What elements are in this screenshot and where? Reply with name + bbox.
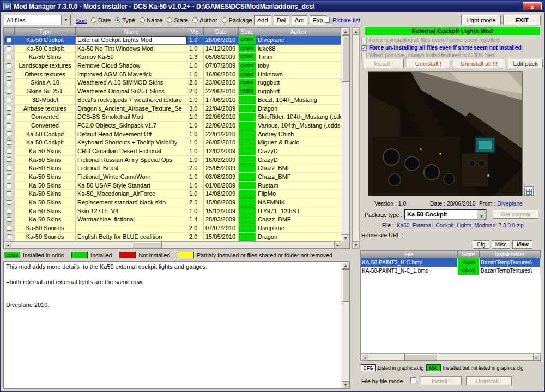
sort-radio-author[interactable]: Author bbox=[192, 17, 217, 23]
scroll-left-icon[interactable] bbox=[4, 242, 11, 249]
table-row[interactable]: ConvertedFC2.0 Objects_Skinpack v1.71.02… bbox=[4, 122, 341, 130]
hscroll-thumb[interactable] bbox=[404, 354, 437, 360]
row-checkbox[interactable] bbox=[7, 157, 11, 162]
column-header[interactable] bbox=[4, 28, 15, 36]
table-row[interactable]: Ka-50 SkinsFictional Russian Army Specia… bbox=[4, 156, 341, 165]
row-checkbox[interactable] bbox=[7, 234, 11, 239]
row-checkbox[interactable] bbox=[7, 55, 11, 59]
scroll-up-icon[interactable] bbox=[342, 28, 349, 35]
table-row[interactable]: Airbase texturesDragon's_Ancient_Airbase… bbox=[4, 105, 341, 113]
cfg-button[interactable]: Cfg bbox=[473, 240, 489, 249]
row-checkbox[interactable] bbox=[7, 38, 11, 43]
row-checkbox[interactable] bbox=[7, 131, 11, 136]
uninstall-button[interactable]: Uninstall ! bbox=[407, 59, 450, 68]
misc-button[interactable]: Misc bbox=[492, 240, 510, 249]
table-row[interactable]: Ka-50 SoundsEnglish Betty for BLUE coali… bbox=[4, 233, 341, 242]
table-row[interactable]: Ka-50 CockpitKeyboard Shortcuts + Toolti… bbox=[4, 138, 341, 147]
file-row[interactable]: KA-50-PAINT3_N-C.bmp.CDDSBazar\TempTextu… bbox=[361, 258, 541, 267]
scroll-down-icon[interactable] bbox=[353, 241, 359, 248]
scroll-left-icon[interactable] bbox=[361, 354, 368, 361]
table-row[interactable]: Ka-50 CockpitKa-50 No Tint Windows Mod1.… bbox=[4, 45, 341, 53]
column-header[interactable]: Author bbox=[256, 28, 341, 36]
light-mode-button[interactable]: Light mode bbox=[461, 15, 501, 25]
file-table-hscrollbar[interactable] bbox=[361, 353, 541, 360]
divider-scrollbar[interactable] bbox=[352, 27, 360, 249]
row-checkbox[interactable] bbox=[7, 140, 11, 145]
file-column-header[interactable]: Install folder bbox=[480, 251, 541, 258]
table-row[interactable]: Ka-50 Sounds2.007/07/2010Diveplane bbox=[4, 224, 341, 233]
column-header[interactable]: Type bbox=[15, 28, 76, 36]
row-checkbox[interactable] bbox=[7, 226, 11, 231]
file-uninstall-button[interactable]: Uninstall ! bbox=[466, 376, 512, 385]
table-row[interactable]: Ka-50 SkinsFictional_Beast2.025/05/2009C… bbox=[4, 164, 341, 173]
sort-radio-package[interactable]: Package bbox=[222, 17, 252, 23]
install-button[interactable]: Install ! bbox=[364, 59, 404, 68]
row-checkbox[interactable] bbox=[7, 46, 11, 51]
table-row[interactable]: Ka-50 SkinsKamov Ka-501.305/08/2009CDDST… bbox=[4, 53, 341, 62]
sort-radio-date[interactable]: Date bbox=[91, 17, 111, 23]
row-checkbox[interactable] bbox=[7, 123, 11, 128]
row-checkbox[interactable] bbox=[7, 89, 11, 94]
row-checkbox[interactable] bbox=[7, 63, 11, 68]
table-row[interactable]: Ka-50 CockpitDefault Head Movement Off1.… bbox=[4, 130, 341, 139]
row-checkbox[interactable] bbox=[7, 106, 11, 111]
scroll-up-icon[interactable] bbox=[342, 262, 349, 269]
table-row[interactable]: Ka-50 CockpitExternal Cockpit Lights Mod… bbox=[4, 36, 341, 45]
row-checkbox[interactable] bbox=[7, 166, 11, 171]
row-checkbox[interactable] bbox=[7, 191, 11, 196]
view-button[interactable]: View bbox=[512, 240, 532, 249]
description-vscrollbar[interactable] bbox=[341, 262, 349, 388]
close-button[interactable] bbox=[523, 2, 542, 10]
table-hscrollbar[interactable] bbox=[4, 241, 342, 248]
option-checkbox-row[interactable]: Force re-installing all files even if so… bbox=[361, 37, 543, 44]
picture-list-link[interactable]: Picture list bbox=[332, 17, 360, 23]
uninstall-all-button[interactable]: Uninstall all !!! bbox=[453, 59, 505, 68]
row-checkbox[interactable] bbox=[7, 114, 11, 119]
column-header[interactable]: Ver. bbox=[187, 28, 204, 36]
table-row[interactable]: Ka-50 SkinsCRD Canadian Desert Fictional… bbox=[4, 147, 341, 156]
file-row[interactable]: KA-50-PAINT3_N-C_1.bmpCDDSBazar\TempText… bbox=[361, 267, 541, 275]
table-row[interactable]: Ka-50 SkinsKa-50 USAF Style Standart1.00… bbox=[4, 182, 341, 190]
add-button[interactable]: Add bbox=[254, 15, 271, 25]
table-row[interactable]: Ka-50 SkinsWarmachine_fictional1.428/03/… bbox=[4, 215, 341, 224]
row-checkbox[interactable] bbox=[7, 149, 11, 154]
row-checkbox[interactable] bbox=[7, 98, 11, 102]
row-checkbox[interactable] bbox=[7, 209, 11, 214]
sort-radio-name[interactable]: Name bbox=[140, 17, 162, 23]
hscroll-thumb[interactable] bbox=[132, 242, 162, 248]
column-header[interactable]: Date bbox=[204, 28, 239, 36]
table-row[interactable]: Ka-50 SkinsSkin 127Th_V41.015/12/2009ITY… bbox=[4, 207, 341, 216]
sort-link[interactable]: Sort bbox=[76, 17, 87, 24]
scroll-up-icon[interactable] bbox=[353, 28, 359, 35]
file-install-button[interactable]: Install ! bbox=[421, 376, 462, 385]
vscroll-thumb[interactable] bbox=[342, 269, 349, 302]
sort-radio-state[interactable]: State bbox=[167, 17, 188, 23]
row-checkbox[interactable] bbox=[7, 174, 11, 179]
del-button[interactable]: Del bbox=[274, 15, 289, 25]
file-column-header[interactable]: File bbox=[361, 251, 458, 258]
table-row[interactable]: Ka-50 SkinsReplacement standard black sk… bbox=[4, 198, 341, 207]
table-row[interactable]: ConvertedDCS-BS Smoketrail Mod1.022/06/2… bbox=[4, 113, 341, 122]
row-checkbox[interactable] bbox=[7, 217, 11, 222]
table-row[interactable]: Skins Su-25TWeathered Original Su25T Ski… bbox=[4, 87, 341, 96]
picture-list-checkbox[interactable] bbox=[324, 17, 330, 23]
table-row[interactable]: Ka-50 SkinsKa-50_Macedonian_AirForce1.01… bbox=[4, 190, 341, 198]
package-type-dropdown[interactable]: Ka-50 Cockpit bbox=[404, 209, 486, 219]
scroll-right-icon[interactable] bbox=[533, 354, 541, 361]
description-box[interactable]: This mod adds more details to the Ka50 e… bbox=[3, 261, 350, 389]
file-by-file-checkbox[interactable] bbox=[410, 377, 416, 383]
table-row[interactable]: Skins A-10Weathered A-10 SIMMOD Skins2.0… bbox=[4, 79, 341, 87]
file-column-header[interactable]: State bbox=[458, 251, 480, 258]
option-checkbox-row[interactable]: When possible, always install textures i… bbox=[361, 52, 543, 59]
titlebar[interactable]: Mod Manager 7.3.0.0 - Mods installer - D… bbox=[1, 1, 544, 12]
file-filter-dropdown[interactable]: All files bbox=[4, 15, 71, 25]
thumbnails-button[interactable] bbox=[524, 186, 534, 196]
edit-pack-button[interactable]: Edit pack bbox=[508, 59, 543, 68]
table-row[interactable]: Ka-50 SkinsFictional_WinterCamoWorn1.003… bbox=[4, 173, 341, 182]
option-checkbox-row[interactable]: ✓Force un-installing all files even if s… bbox=[361, 44, 543, 51]
column-header[interactable]: Name bbox=[76, 28, 187, 36]
row-checkbox[interactable] bbox=[7, 72, 11, 77]
arc-button[interactable]: Arc bbox=[292, 15, 307, 25]
scroll-down-icon[interactable] bbox=[342, 381, 349, 388]
row-checkbox[interactable] bbox=[7, 183, 11, 188]
